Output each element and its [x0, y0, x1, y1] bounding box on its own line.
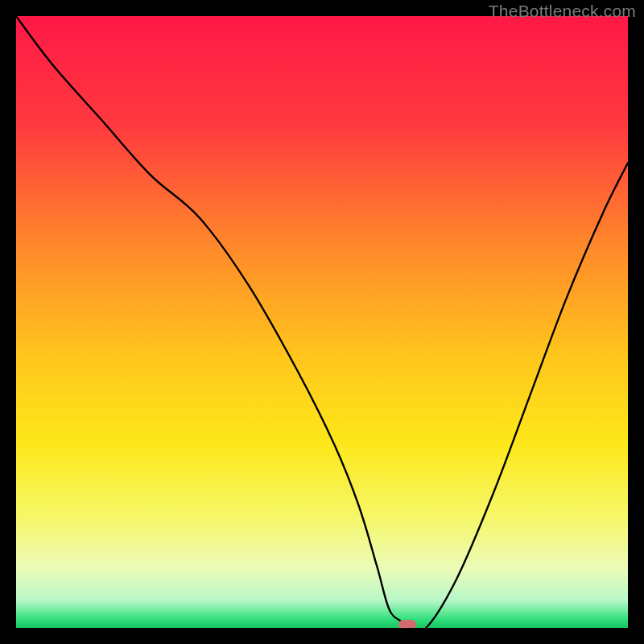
- watermark-text: TheBottleneck.com: [489, 2, 636, 21]
- svg-rect-0: [16, 16, 628, 628]
- plot-area: [16, 16, 628, 628]
- chart-frame: TheBottleneck.com: [0, 0, 644, 644]
- heat-gradient-background: [16, 16, 628, 628]
